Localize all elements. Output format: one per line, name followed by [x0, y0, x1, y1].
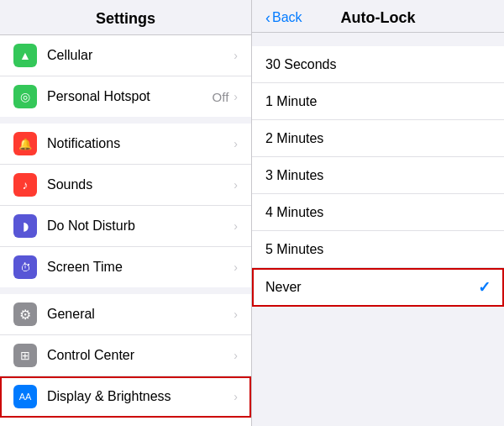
settings-group-0: ▲Cellular›◎Personal HotspotOff›	[0, 35, 251, 117]
settings-list: ▲Cellular›◎Personal HotspotOff›🔔Notifica…	[0, 35, 251, 426]
left-panel-title: Settings	[96, 10, 155, 27]
display-brightness-icon: AA	[13, 385, 37, 408]
autolock-label-4-minutes: 4 Minutes	[265, 205, 491, 220]
personal-hotspot-label: Personal Hotspot	[47, 89, 213, 104]
left-panel: Settings ▲Cellular›◎Personal HotspotOff›…	[0, 0, 252, 426]
display-brightness-label: Display & Brightness	[47, 389, 234, 404]
personal-hotspot-chevron-icon: ›	[234, 90, 238, 103]
screen-time-label: Screen Time	[47, 260, 234, 275]
autolock-label-5-minutes: 5 Minutes	[265, 242, 491, 257]
screen-time-chevron-icon: ›	[234, 260, 238, 274]
back-label: Back	[272, 10, 302, 25]
cellular-label: Cellular	[47, 48, 234, 63]
right-panel-header: ‹ Back Auto-Lock	[252, 0, 504, 33]
left-panel-header: Settings	[0, 0, 251, 35]
control-center-chevron-icon: ›	[234, 349, 238, 362]
settings-item-cellular[interactable]: ▲Cellular›	[0, 35, 251, 76]
settings-item-do-not-disturb[interactable]: ◗Do Not Disturb›	[0, 206, 251, 247]
autolock-item-2-minutes[interactable]: 2 Minutes	[252, 120, 504, 157]
do-not-disturb-chevron-icon: ›	[234, 219, 238, 233]
notifications-icon: 🔔	[13, 132, 37, 155]
sounds-label: Sounds	[47, 177, 234, 192]
personal-hotspot-value: Off	[213, 90, 229, 104]
screen-time-icon: ⏱	[13, 255, 37, 279]
settings-group-1: 🔔Notifications›♪Sounds›◗Do Not Disturb›⏱…	[0, 124, 251, 287]
autolock-label-3-minutes: 3 Minutes	[265, 168, 491, 183]
autolock-item-5-minutes[interactable]: 5 Minutes	[252, 231, 504, 268]
autolock-item-30-seconds[interactable]: 30 Seconds	[252, 46, 504, 83]
right-panel-title: Auto-Lock	[341, 9, 416, 27]
autolock-item-1-minute[interactable]: 1 Minute	[252, 83, 504, 120]
control-center-icon: ⊞	[13, 344, 37, 367]
settings-item-display-brightness[interactable]: AADisplay & Brightness›	[0, 376, 251, 418]
settings-item-sounds[interactable]: ♪Sounds›	[0, 165, 251, 206]
autolock-group: 30 Seconds1 Minute2 Minutes3 Minutes4 Mi…	[252, 46, 504, 307]
do-not-disturb-icon: ◗	[13, 214, 37, 238]
settings-item-wallpaper[interactable]: ❋Wallpaper›	[0, 418, 251, 426]
autolock-label-1-minute: 1 Minute	[265, 94, 491, 109]
autolock-item-never[interactable]: Never✓	[252, 268, 504, 307]
general-chevron-icon: ›	[234, 308, 238, 321]
autolock-label-never: Never	[265, 280, 478, 295]
autolock-label-2-minutes: 2 Minutes	[265, 131, 491, 146]
back-button[interactable]: ‹ Back	[265, 10, 302, 25]
settings-item-notifications[interactable]: 🔔Notifications›	[0, 124, 251, 165]
settings-group-2: ⚙General›⊞Control Center›AADisplay & Bri…	[0, 294, 251, 426]
cellular-icon: ▲	[13, 44, 37, 67]
settings-item-general[interactable]: ⚙General›	[0, 294, 251, 335]
back-chevron-icon: ‹	[265, 10, 270, 25]
autolock-item-3-minutes[interactable]: 3 Minutes	[252, 157, 504, 194]
notifications-chevron-icon: ›	[234, 137, 238, 150]
sounds-icon: ♪	[13, 173, 37, 197]
sounds-chevron-icon: ›	[234, 178, 238, 192]
checkmark-icon-never: ✓	[478, 278, 491, 297]
display-brightness-chevron-icon: ›	[234, 390, 238, 403]
do-not-disturb-label: Do Not Disturb	[47, 218, 234, 234]
notifications-label: Notifications	[47, 136, 234, 151]
control-center-label: Control Center	[47, 348, 234, 363]
settings-item-control-center[interactable]: ⊞Control Center›	[0, 335, 251, 376]
autolock-item-4-minutes[interactable]: 4 Minutes	[252, 194, 504, 231]
cellular-chevron-icon: ›	[234, 49, 238, 62]
autolock-list: 30 Seconds1 Minute2 Minutes3 Minutes4 Mi…	[252, 33, 504, 426]
general-label: General	[47, 307, 234, 322]
autolock-label-30-seconds: 30 Seconds	[265, 57, 491, 72]
right-panel: ‹ Back Auto-Lock 30 Seconds1 Minute2 Min…	[252, 0, 504, 426]
personal-hotspot-icon: ◎	[13, 85, 37, 108]
settings-item-screen-time[interactable]: ⏱Screen Time›	[0, 247, 251, 287]
settings-item-personal-hotspot[interactable]: ◎Personal HotspotOff›	[0, 76, 251, 117]
general-icon: ⚙	[13, 302, 37, 326]
